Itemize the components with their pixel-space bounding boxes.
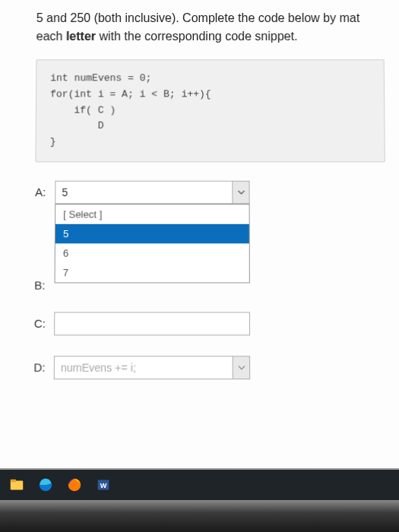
question-line2-prefix: each <box>36 30 66 43</box>
dropdown-panel-b[interactable]: [ Select ] 5 6 7 <box>55 204 250 283</box>
answer-label-d: D: <box>33 356 54 374</box>
chevron-down-icon[interactable] <box>232 182 249 203</box>
question-text: 5 and 250 (both inclusive). Complete the… <box>36 9 385 46</box>
taskbar-files-icon[interactable] <box>3 471 30 499</box>
chevron-down-icon[interactable] <box>233 356 249 378</box>
dropdown-option-7[interactable]: 7 <box>55 263 249 283</box>
answer-row-a: A: 5 [ Select ] 5 6 7 <box>35 181 250 204</box>
code-line-5: } <box>50 135 371 150</box>
dropdown-option-6[interactable]: 6 <box>55 243 249 263</box>
select-c[interactable] <box>54 312 250 336</box>
svg-rect-1 <box>11 480 16 483</box>
taskbar-word-icon[interactable]: W <box>90 471 117 499</box>
select-a-value: 5 <box>62 186 68 198</box>
answer-label-a: A: <box>35 181 55 198</box>
code-line-4: D <box>50 119 371 135</box>
select-d-value: numEvens += i; <box>61 361 136 374</box>
question-line1: 5 and 250 (both inclusive). Complete the… <box>36 11 360 24</box>
select-a[interactable]: 5 <box>55 181 249 204</box>
answer-row-c: C: <box>34 312 250 336</box>
svg-text:W: W <box>100 482 107 489</box>
taskbar-edge-icon[interactable] <box>32 471 59 499</box>
taskbar[interactable]: W <box>0 470 399 500</box>
dropdown-placeholder[interactable]: [ Select ] <box>55 204 249 223</box>
answer-label-c: C: <box>34 312 55 331</box>
code-snippet-box: int numEvens = 0; for(int i = A; i < B; … <box>35 59 385 162</box>
answers-section: A: 5 [ Select ] 5 6 7 B: <box>33 181 250 379</box>
answer-row-d: D: numEvens += i; <box>33 356 250 379</box>
select-d[interactable]: numEvens += i; <box>54 356 250 379</box>
taskbar-firefox-icon[interactable] <box>61 471 88 499</box>
dropdown-option-5[interactable]: 5 <box>55 224 249 244</box>
question-line2-suffix: with the corresponding code snippet. <box>96 30 298 43</box>
code-line-1: int numEvens = 0; <box>50 71 370 87</box>
answer-label-b: B: <box>34 274 55 292</box>
code-line-3: if( C ) <box>50 103 370 119</box>
question-line2-bold: letter <box>66 30 96 43</box>
laptop-base <box>0 500 399 532</box>
code-line-2: for(int i = A; i < B; i++){ <box>50 87 370 103</box>
